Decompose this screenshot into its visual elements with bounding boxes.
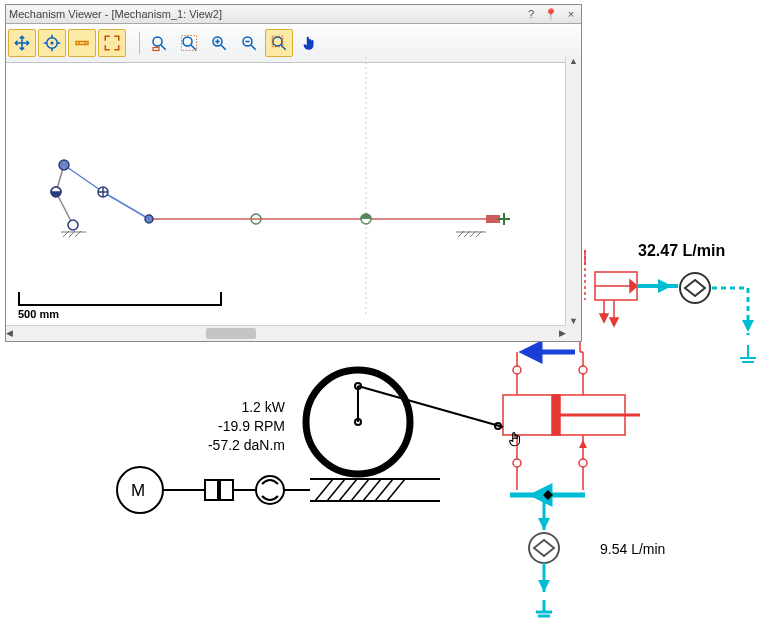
svg-point-19 bbox=[579, 366, 587, 374]
pointer-cursor-icon bbox=[506, 430, 524, 452]
svg-line-86 bbox=[191, 45, 196, 50]
svg-rect-52 bbox=[220, 480, 233, 500]
readout-flow-top: 32.47 L/min bbox=[638, 240, 725, 262]
svg-line-69 bbox=[358, 386, 503, 427]
tool-fit-button[interactable] bbox=[98, 29, 126, 57]
svg-rect-113 bbox=[486, 215, 500, 223]
svg-point-74 bbox=[51, 42, 54, 45]
readout-power: 1.2 kW bbox=[195, 398, 285, 417]
svg-line-96 bbox=[281, 45, 286, 50]
scroll-thumb[interactable] bbox=[206, 328, 256, 339]
motor-symbol-letter: M bbox=[131, 481, 145, 501]
scale-label: 500 mm bbox=[18, 308, 222, 320]
panel-help-button[interactable]: ? bbox=[524, 8, 538, 21]
tool-move-button[interactable] bbox=[8, 29, 36, 57]
readout-flow-bottom: 9.54 L/min bbox=[600, 540, 665, 559]
tool-zoom-rect-out-button[interactable] bbox=[175, 29, 203, 57]
svg-rect-84 bbox=[153, 48, 159, 51]
svg-line-89 bbox=[221, 45, 226, 50]
svg-marker-45 bbox=[538, 580, 550, 592]
svg-marker-10 bbox=[658, 279, 672, 293]
svg-point-30 bbox=[579, 459, 587, 467]
panel-pin-button[interactable]: 📍 bbox=[544, 8, 558, 21]
svg-point-29 bbox=[513, 459, 521, 467]
mechanism-viewer-panel: Mechanism Viewer - [Mechanism_1: View2] … bbox=[5, 4, 582, 342]
svg-point-114 bbox=[68, 220, 78, 230]
svg-marker-37 bbox=[524, 344, 540, 360]
svg-line-111 bbox=[103, 192, 149, 219]
panel-close-button[interactable]: × bbox=[564, 8, 578, 21]
svg-marker-8 bbox=[610, 318, 618, 326]
tool-zoom-window-button[interactable] bbox=[265, 29, 293, 57]
panel-canvas[interactable]: 500 mm bbox=[6, 57, 581, 326]
svg-rect-51 bbox=[205, 480, 218, 500]
svg-marker-42 bbox=[538, 518, 550, 530]
svg-marker-14 bbox=[742, 320, 754, 332]
tool-joint-button[interactable] bbox=[68, 29, 96, 57]
svg-point-82 bbox=[153, 37, 162, 46]
tool-zoom-out-button[interactable] bbox=[235, 29, 263, 57]
svg-line-110 bbox=[64, 165, 103, 192]
panel-titlebar[interactable]: Mechanism Viewer - [Mechanism_1: View2] … bbox=[6, 5, 581, 24]
tool-target-button[interactable] bbox=[38, 29, 66, 57]
panel-title: Mechanism Viewer - [Mechanism_1: View2] bbox=[9, 8, 222, 20]
svg-marker-6 bbox=[600, 314, 608, 322]
tool-zoom-in-button[interactable] bbox=[205, 29, 233, 57]
readout-torque: -57.2 daN.m bbox=[195, 436, 285, 455]
svg-point-120 bbox=[145, 215, 153, 223]
svg-marker-2 bbox=[630, 280, 637, 292]
panel-horizontal-scrollbar[interactable]: ◀ ▶ bbox=[6, 325, 566, 341]
svg-point-85 bbox=[183, 37, 192, 46]
svg-point-116 bbox=[59, 160, 69, 170]
svg-line-83 bbox=[161, 45, 166, 50]
panel-vertical-scrollbar[interactable]: ▲ ▼ bbox=[565, 57, 581, 326]
svg-marker-35 bbox=[579, 440, 587, 448]
readout-speed: -19.9 RPM bbox=[195, 417, 285, 436]
svg-line-93 bbox=[251, 45, 256, 50]
tool-zoom-rect-in-button[interactable] bbox=[145, 29, 173, 57]
svg-rect-79 bbox=[76, 42, 88, 45]
svg-rect-25 bbox=[552, 395, 560, 435]
svg-point-95 bbox=[273, 37, 282, 46]
tool-pan-button[interactable] bbox=[295, 29, 323, 57]
scale-bar: 500 mm bbox=[18, 292, 222, 320]
svg-point-18 bbox=[513, 366, 521, 374]
